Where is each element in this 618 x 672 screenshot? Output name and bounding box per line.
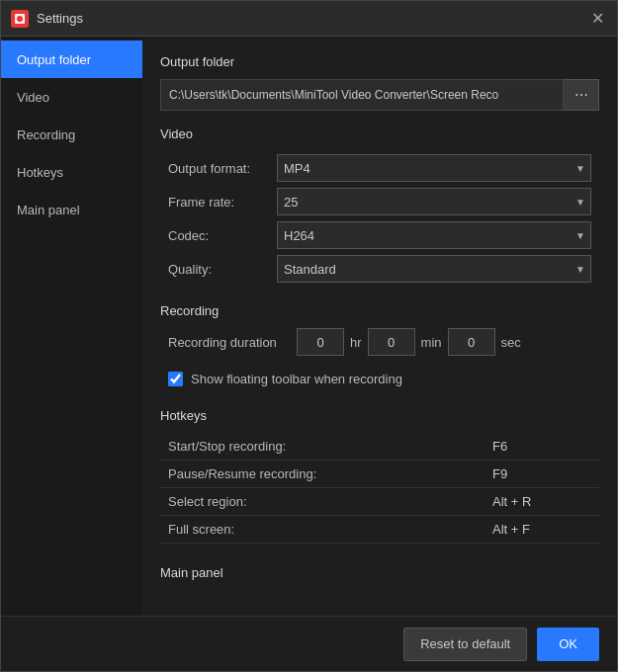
reset-to-default-button[interactable]: Reset to default (403, 628, 527, 661)
sidebar-item-main-panel[interactable]: Main panel (1, 191, 142, 228)
pause-resume-value: F9 (492, 466, 591, 481)
main-content: Output folder Video Recording Hotkeys Ma… (1, 37, 617, 616)
output-folder-section-label: Output folder (160, 54, 599, 69)
titlebar: Settings ✕ (1, 1, 617, 37)
sidebar: Output folder Video Recording Hotkeys Ma… (1, 37, 142, 616)
output-format-label: Output format: (168, 161, 277, 176)
recording-section: Recording Recording duration hr min sec … (160, 303, 599, 390)
video-section-label: Video (160, 126, 599, 141)
folder-path-input[interactable] (160, 79, 564, 111)
frame-rate-row: Frame rate: 25 ▼ (160, 185, 599, 218)
svg-point-2 (17, 16, 23, 22)
toolbar-checkbox[interactable] (168, 372, 183, 386)
main-panel-section: Main panel (160, 561, 599, 584)
sidebar-item-label: Recording (17, 127, 75, 142)
folder-row: ⋯ (160, 79, 599, 111)
output-format-row: Output format: MP4 ▼ (160, 151, 599, 185)
duration-min-input[interactable] (368, 328, 415, 356)
recording-duration-label: Recording duration (168, 335, 297, 350)
output-format-select[interactable]: MP4 (277, 154, 591, 182)
hotkey-row-full-screen: Full screen: Alt + F (160, 516, 599, 544)
sidebar-item-video[interactable]: Video (1, 78, 142, 116)
start-stop-value: F6 (492, 439, 591, 454)
close-button[interactable]: ✕ (587, 9, 607, 29)
duration-hr-input[interactable] (297, 328, 344, 356)
frame-rate-label: Frame rate: (168, 195, 277, 210)
main-panel-section-label: Main panel (160, 561, 599, 584)
sidebar-item-label: Video (17, 90, 49, 105)
hotkey-row-pause-resume: Pause/Resume recording: F9 (160, 461, 599, 488)
codec-label: Codec: (168, 228, 277, 243)
sidebar-item-recording[interactable]: Recording (1, 116, 142, 153)
start-stop-label: Start/Stop recording: (168, 439, 492, 454)
recording-duration-row: Recording duration hr min sec (160, 328, 599, 356)
browse-button[interactable]: ⋯ (564, 79, 599, 111)
quality-select-wrapper: Standard ▼ (277, 255, 591, 283)
content-panel: Output folder ⋯ Video Output format: MP4… (142, 37, 617, 616)
codec-select[interactable]: H264 (277, 221, 591, 249)
sec-unit-label: sec (501, 335, 521, 350)
hotkeys-section: Hotkeys Start/Stop recording: F6 Pause/R… (160, 408, 599, 544)
sidebar-item-label: Main panel (17, 203, 80, 217)
sidebar-item-hotkeys[interactable]: Hotkeys (1, 153, 142, 191)
codec-select-wrapper: H264 ▼ (277, 221, 591, 249)
sidebar-item-label: Hotkeys (17, 165, 63, 180)
duration-sec-input[interactable] (448, 328, 495, 356)
full-screen-label: Full screen: (168, 522, 492, 537)
pause-resume-label: Pause/Resume recording: (168, 466, 492, 481)
window-title: Settings (37, 11, 587, 26)
app-icon (11, 10, 29, 28)
ok-button[interactable]: OK (537, 628, 599, 661)
codec-row: Codec: H264 ▼ (160, 218, 599, 252)
footer: Reset to default OK (1, 616, 617, 671)
hotkey-row-start-stop: Start/Stop recording: F6 (160, 433, 599, 461)
hr-unit-label: hr (350, 335, 362, 350)
recording-section-label: Recording (160, 303, 599, 318)
quality-row: Quality: Standard ▼ (160, 252, 599, 286)
frame-rate-select[interactable]: 25 (277, 188, 591, 215)
hotkeys-section-label: Hotkeys (160, 408, 599, 423)
min-unit-label: min (421, 335, 442, 350)
settings-window: Settings ✕ Output folder Video Recording… (0, 0, 618, 672)
toolbar-checkbox-label[interactable]: Show floating toolbar when recording (191, 372, 402, 386)
sidebar-item-label: Output folder (17, 52, 91, 67)
browse-icon: ⋯ (574, 87, 588, 103)
select-region-label: Select region: (168, 494, 492, 509)
frame-rate-select-wrapper: 25 ▼ (277, 188, 591, 215)
quality-label: Quality: (168, 262, 277, 277)
hotkey-row-select-region: Select region: Alt + R (160, 488, 599, 516)
video-section: Video Output format: MP4 ▼ Frame rate: 2… (160, 126, 599, 286)
sidebar-item-output-folder[interactable]: Output folder (1, 41, 142, 78)
toolbar-checkbox-row: Show floating toolbar when recording (160, 368, 599, 390)
output-format-select-wrapper: MP4 ▼ (277, 154, 591, 182)
full-screen-value: Alt + F (492, 522, 591, 537)
select-region-value: Alt + R (492, 494, 591, 509)
quality-select[interactable]: Standard (277, 255, 591, 283)
